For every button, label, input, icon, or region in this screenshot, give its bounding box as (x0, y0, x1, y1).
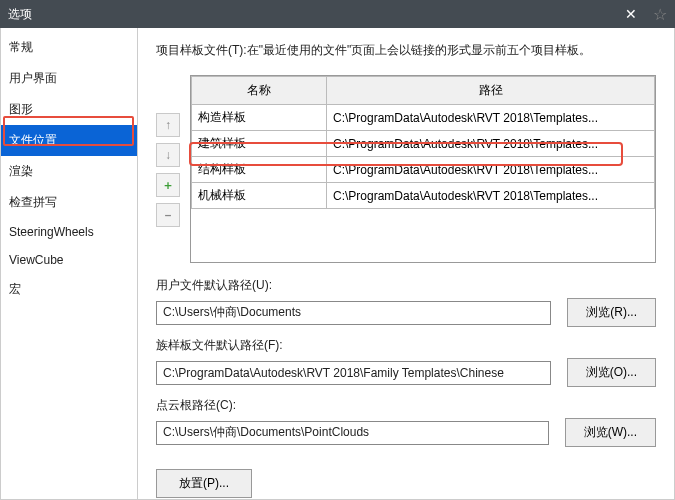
sidebar-item-ui[interactable]: 用户界面 (1, 63, 137, 94)
places-button[interactable]: 放置(P)... (156, 469, 252, 498)
cell-path[interactable]: C:\ProgramData\Autodesk\RVT 2018\Templat… (327, 105, 655, 131)
arrow-up-icon: ↑ (165, 118, 171, 132)
user-files-label: 用户文件默认路径(U): (156, 277, 656, 294)
col-header-path[interactable]: 路径 (327, 77, 655, 105)
plus-icon: ＋ (162, 177, 174, 194)
sidebar-item-general[interactable]: 常规 (1, 32, 137, 63)
point-cloud-input[interactable] (156, 421, 549, 445)
window-title: 选项 (8, 6, 32, 23)
cell-name[interactable]: 机械样板 (192, 183, 327, 209)
family-templates-label: 族样板文件默认路径(F): (156, 337, 656, 354)
cell-path[interactable]: C:\ProgramData\Autodesk\RVT 2018\Templat… (327, 183, 655, 209)
templates-table: 名称 路径 构造样板 C:\ProgramData\Autodesk\RVT 2… (190, 75, 656, 263)
add-button[interactable]: ＋ (156, 173, 180, 197)
sidebar-item-file-locations[interactable]: 文件位置 (1, 125, 137, 156)
sidebar: 常规 用户界面 图形 文件位置 渲染 检查拼写 SteeringWheels V… (1, 28, 138, 499)
description-text: 项目样板文件(T):在"最近使用的文件"页面上会以链接的形式显示前五个项目样板。 (156, 42, 656, 59)
cell-name[interactable]: 构造样板 (192, 105, 327, 131)
cell-path[interactable]: C:\ProgramData\Autodesk\RVT 2018\Templat… (327, 131, 655, 157)
sidebar-item-viewcube[interactable]: ViewCube (1, 246, 137, 274)
cell-path[interactable]: C:\ProgramData\Autodesk\RVT 2018\Templat… (327, 157, 655, 183)
sidebar-item-macros[interactable]: 宏 (1, 274, 137, 305)
browse-user-files-button[interactable]: 浏览(R)... (567, 298, 656, 327)
table-row[interactable]: 机械样板 C:\ProgramData\Autodesk\RVT 2018\Te… (192, 183, 655, 209)
table-row[interactable]: 构造样板 C:\ProgramData\Autodesk\RVT 2018\Te… (192, 105, 655, 131)
main-panel: 项目样板文件(T):在"最近使用的文件"页面上会以链接的形式显示前五个项目样板。… (138, 28, 674, 499)
col-header-name[interactable]: 名称 (192, 77, 327, 105)
browse-family-templates-button[interactable]: 浏览(O)... (567, 358, 656, 387)
bookmark-star-icon[interactable]: ☆ (653, 5, 667, 24)
move-up-button[interactable]: ↑ (156, 113, 180, 137)
minus-icon: － (162, 207, 174, 224)
titlebar: 选项 ✕ ☆ (0, 0, 675, 28)
sidebar-item-steeringwheels[interactable]: SteeringWheels (1, 218, 137, 246)
browse-point-cloud-button[interactable]: 浏览(W)... (565, 418, 656, 447)
arrow-down-icon: ↓ (165, 148, 171, 162)
sidebar-item-spelling[interactable]: 检查拼写 (1, 187, 137, 218)
move-down-button[interactable]: ↓ (156, 143, 180, 167)
family-templates-input[interactable] (156, 361, 551, 385)
user-files-input[interactable] (156, 301, 551, 325)
cell-name[interactable]: 结构样板 (192, 157, 327, 183)
cell-name[interactable]: 建筑样板 (192, 131, 327, 157)
remove-button[interactable]: － (156, 203, 180, 227)
sidebar-item-rendering[interactable]: 渲染 (1, 156, 137, 187)
table-row[interactable]: 结构样板 C:\ProgramData\Autodesk\RVT 2018\Te… (192, 157, 655, 183)
point-cloud-label: 点云根路径(C): (156, 397, 656, 414)
titlebar-controls: ✕ ☆ (625, 5, 667, 24)
table-side-buttons: ↑ ↓ ＋ － (156, 113, 182, 263)
sidebar-item-graphics[interactable]: 图形 (1, 94, 137, 125)
close-icon[interactable]: ✕ (625, 6, 637, 22)
table-row[interactable]: 建筑样板 C:\ProgramData\Autodesk\RVT 2018\Te… (192, 131, 655, 157)
